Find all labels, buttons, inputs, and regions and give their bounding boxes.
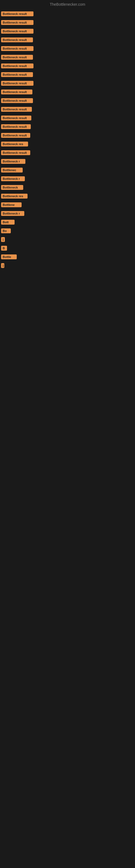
bottleneck-badge: Bottleneck r [1,211,24,216]
bottleneck-badge: Bottleneck result [1,133,30,138]
list-item: Bottleneck result [0,36,135,44]
bottleneck-badge: Bottleneck r [1,176,25,181]
list-item: Bottleneck r [0,175,135,183]
list-item: Bottleneck result [0,131,135,140]
bottleneck-badge: Bottleneck result [1,63,34,68]
site-title: TheBottlenecker.com [0,0,135,9]
bottleneck-badge: Bottleneck res [1,194,28,198]
bottleneck-badge: Bottlene [1,203,21,207]
list-item: | [0,261,135,270]
bottleneck-badge: | [1,237,5,242]
list-item: Bottleneck r [0,157,135,165]
list-item: B [0,244,135,252]
bottleneck-badge: Bottleneck result [1,90,32,94]
bottleneck-badge: Bottlenec [1,167,23,173]
list-item: Bottleneck res [0,192,135,200]
list-item: Bottle [0,253,135,261]
list-item: Bottlene [0,201,135,209]
list-item: Bottleneck [0,183,135,191]
list-item: Bottleneck result [0,27,135,35]
list-item: Bo [0,227,135,235]
list-item: Bottleneck result [0,88,135,96]
bottleneck-badge: Bo [1,228,11,233]
bottleneck-badge: Bottleneck r [1,159,26,164]
bottleneck-badge: Bottleneck result [1,116,31,120]
list-item: | [0,236,135,244]
list-item: Bott [0,218,135,226]
bottleneck-badge: Bottleneck result [1,46,34,51]
list-item: Bottleneck result [0,79,135,87]
list-item: Bottleneck result [0,44,135,53]
bottleneck-badge: B [1,246,7,251]
bottleneck-badge: Bottle [1,254,17,259]
list-item: Bottleneck result [0,114,135,122]
list-item: Bottleneck result [0,97,135,105]
list-item: Bottleneck result [0,19,135,27]
bottleneck-badge: Bottleneck result [1,81,34,86]
list-item: Bottleneck result [0,10,135,18]
list-item: Bottleneck result [0,70,135,79]
bottleneck-badge: Bottleneck result [1,29,34,34]
list-item: Bottleneck result [0,62,135,70]
list-item: Bottlenec [0,166,135,174]
site-title-text: TheBottlenecker.com [50,2,85,6]
bottleneck-badge: Bottleneck result [1,55,33,60]
bottleneck-badge: Bottleneck result [1,98,33,103]
list-item: Bottleneck result [0,149,135,157]
bottleneck-badge: Bottleneck result [1,150,30,155]
list-item: Bottleneck res [0,140,135,148]
list-item: Bottleneck result [0,123,135,131]
bottleneck-badge: Bottleneck result [1,20,34,25]
bottleneck-badge: Bottleneck res [1,142,28,147]
bottleneck-list: Bottleneck resultBottleneck resultBottle… [0,9,135,270]
bottleneck-badge: Bottleneck result [1,11,34,16]
bottleneck-badge: Bottleneck [1,185,23,190]
bottleneck-badge: Bottleneck result [1,107,32,112]
list-item: Bottleneck result [0,105,135,113]
bottleneck-badge: Bott [1,220,14,225]
list-item: Bottleneck r [0,209,135,218]
bottleneck-badge: | [1,263,4,268]
list-item: Bottleneck result [0,53,135,61]
bottleneck-badge: Bottleneck result [1,37,33,42]
bottleneck-badge: Bottleneck result [1,72,33,77]
bottleneck-badge: Bottleneck result [1,124,31,129]
